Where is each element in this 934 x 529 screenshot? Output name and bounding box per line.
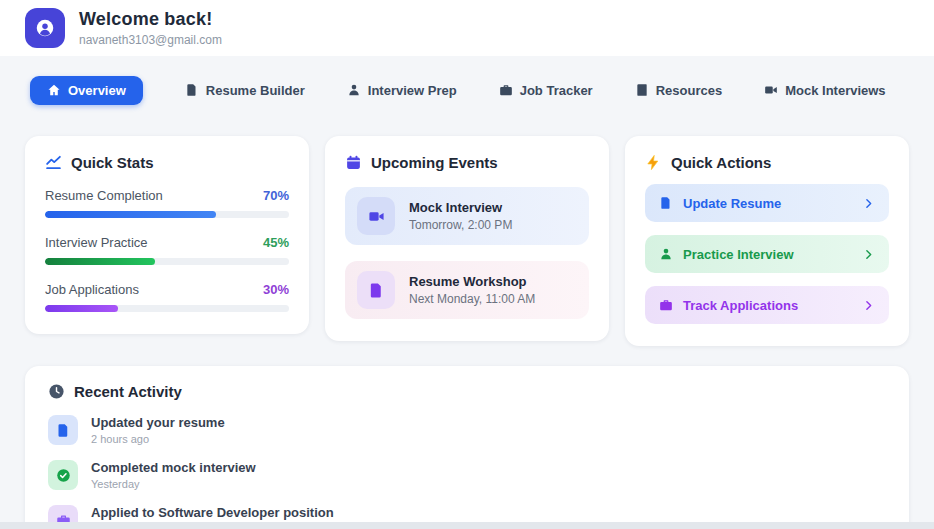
- stat-value: 30%: [263, 282, 289, 297]
- action-practice-interview[interactable]: Practice Interview: [645, 235, 889, 273]
- lightning-icon: [645, 154, 662, 171]
- chevron-right-icon: [862, 197, 875, 210]
- video-icon: [764, 83, 778, 97]
- stat-label: Interview Practice: [45, 235, 148, 250]
- tab-interview-prep[interactable]: Interview Prep: [347, 83, 457, 98]
- event-time: Next Monday, 11:00 AM: [409, 292, 535, 306]
- app-header: Welcome back! navaneth3103@gmail.com: [0, 0, 934, 56]
- document-icon: [185, 83, 199, 97]
- document-icon: [56, 423, 71, 438]
- tab-overview[interactable]: Overview: [30, 76, 143, 105]
- upcoming-events-header: Upcoming Events: [345, 154, 589, 171]
- activity-text: Updated your resume: [91, 415, 225, 430]
- stat-job-applications: Job Applications 30%: [45, 282, 289, 312]
- tab-label: Job Tracker: [520, 83, 593, 98]
- calendar-icon: [345, 154, 362, 171]
- stat-value: 45%: [263, 235, 289, 250]
- stat-label: Resume Completion: [45, 188, 163, 203]
- briefcase-icon: [499, 83, 513, 97]
- event-icon-tile: [357, 197, 395, 235]
- event-icon-tile: [357, 271, 395, 309]
- progress-track: [45, 258, 289, 265]
- document-icon: [659, 196, 673, 210]
- dashboard-cards-row: Quick Stats Resume Completion 70% Interv…: [0, 136, 934, 346]
- tab-label: Mock Interviews: [785, 83, 885, 98]
- card-title-text: Recent Activity: [74, 383, 182, 400]
- video-icon: [368, 208, 385, 225]
- quick-stats-card: Quick Stats Resume Completion 70% Interv…: [25, 136, 309, 334]
- quick-stats-header: Quick Stats: [45, 154, 289, 171]
- activity-text: Applied to Software Developer position: [91, 505, 334, 520]
- chevron-right-icon: [862, 248, 875, 261]
- tab-label: Overview: [68, 83, 126, 98]
- user-email: navaneth3103@gmail.com: [79, 33, 222, 47]
- chart-line-icon: [45, 154, 62, 171]
- progress-fill: [45, 305, 118, 312]
- briefcase-icon: [659, 298, 673, 312]
- page-title: Welcome back!: [79, 9, 222, 30]
- event-name: Mock Interview: [409, 200, 512, 215]
- card-title-text: Upcoming Events: [371, 154, 498, 171]
- document-icon: [368, 282, 385, 299]
- home-icon: [47, 83, 61, 97]
- action-update-resume[interactable]: Update Resume: [645, 184, 889, 222]
- tab-resume-builder[interactable]: Resume Builder: [185, 83, 305, 98]
- activity-icon-tile: [48, 460, 78, 490]
- nav-tabbar: Overview Resume Builder Interview Prep J…: [0, 77, 934, 103]
- viewport-bottom-edge: [0, 522, 934, 529]
- book-icon: [635, 83, 649, 97]
- event-resume-workshop: Resume Workshop Next Monday, 11:00 AM: [345, 261, 589, 319]
- card-title-text: Quick Stats: [71, 154, 154, 171]
- tab-label: Resources: [656, 83, 722, 98]
- action-label: Practice Interview: [683, 247, 794, 262]
- stat-label: Job Applications: [45, 282, 139, 297]
- person-icon: [659, 247, 673, 261]
- activity-item-mock-interview: Completed mock interview Yesterday: [48, 460, 886, 490]
- stat-interview-practice: Interview Practice 45%: [45, 235, 289, 265]
- clock-icon: [48, 383, 65, 400]
- activity-icon-tile: [48, 415, 78, 445]
- upcoming-events-card: Upcoming Events Mock Interview Tomorrow,…: [325, 136, 609, 341]
- recent-activity-card: Recent Activity Updated your resume 2 ho…: [25, 366, 909, 529]
- event-time: Tomorrow, 2:00 PM: [409, 218, 512, 232]
- event-name: Resume Workshop: [409, 274, 535, 289]
- card-title-text: Quick Actions: [671, 154, 771, 171]
- tab-label: Resume Builder: [206, 83, 305, 98]
- activity-time: Yesterday: [91, 478, 256, 490]
- progress-fill: [45, 211, 216, 218]
- tab-job-tracker[interactable]: Job Tracker: [499, 83, 593, 98]
- progress-track: [45, 211, 289, 218]
- stat-resume-completion: Resume Completion 70%: [45, 188, 289, 218]
- action-label: Track Applications: [683, 298, 798, 313]
- progress-track: [45, 305, 289, 312]
- tab-mock-interviews[interactable]: Mock Interviews: [764, 83, 885, 98]
- quick-actions-header: Quick Actions: [645, 154, 889, 171]
- action-track-applications[interactable]: Track Applications: [645, 286, 889, 324]
- stat-value: 70%: [263, 188, 289, 203]
- person-icon: [347, 83, 361, 97]
- tab-resources[interactable]: Resources: [635, 83, 722, 98]
- activity-time: 2 hours ago: [91, 433, 225, 445]
- person-icon: [34, 17, 56, 39]
- progress-fill: [45, 258, 155, 265]
- activity-text: Completed mock interview: [91, 460, 256, 475]
- event-mock-interview: Mock Interview Tomorrow, 2:00 PM: [345, 187, 589, 245]
- quick-actions-card: Quick Actions Update Resume Practice Int…: [625, 136, 909, 346]
- tab-label: Interview Prep: [368, 83, 457, 98]
- user-avatar: [25, 8, 65, 48]
- chevron-right-icon: [862, 299, 875, 312]
- recent-activity-header: Recent Activity: [48, 383, 886, 400]
- action-label: Update Resume: [683, 196, 781, 211]
- activity-item-resume: Updated your resume 2 hours ago: [48, 415, 886, 445]
- check-circle-icon: [56, 468, 71, 483]
